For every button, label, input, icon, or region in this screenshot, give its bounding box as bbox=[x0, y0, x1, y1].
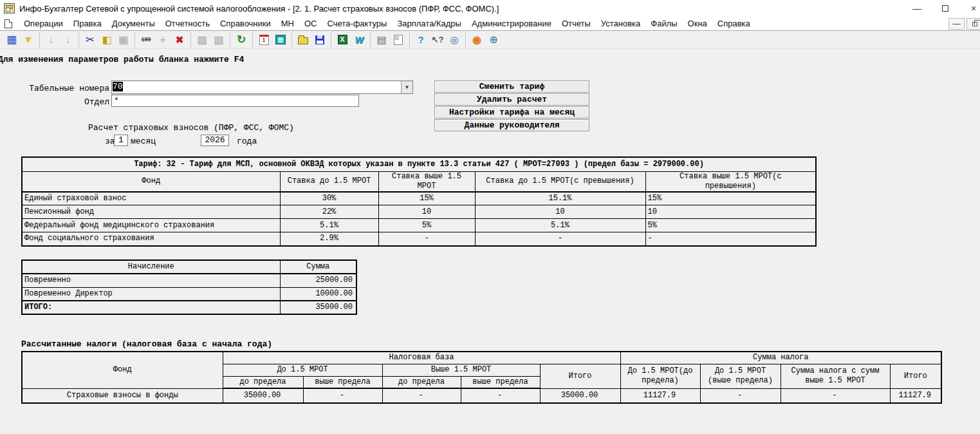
menu-spravka[interactable]: Справка bbox=[712, 17, 755, 30]
browser-icon[interactable]: ◎ bbox=[446, 32, 463, 48]
tariff-col-rate-under-excess: Ставка до 1.5 МРОТ(с превышения) bbox=[475, 171, 645, 192]
mdi-minimize-button[interactable]: — bbox=[948, 18, 965, 30]
year-input[interactable]: 2026 bbox=[201, 135, 229, 146]
tariff-settings-button[interactable]: Настройки тарифа на месяц bbox=[434, 106, 589, 118]
calc-col-fund: Фонд bbox=[22, 352, 223, 388]
sort-down-alt-icon[interactable]: ↓ bbox=[59, 32, 76, 48]
year-label: года bbox=[237, 137, 257, 146]
department-label: Отдел bbox=[0, 97, 109, 107]
menu-pravka[interactable]: Правка bbox=[68, 17, 107, 30]
context-help-icon[interactable]: ↖? bbox=[429, 32, 446, 48]
accrual-table: Начисление Сумма Повременно 25000.00 Пов… bbox=[21, 259, 357, 315]
menu-administrirovanie[interactable]: Администрирование bbox=[467, 17, 557, 30]
table-row: Пенсионный фонд 22% 10 10 10 bbox=[22, 205, 816, 219]
table-row: Страховые взносы в фонды 35000.00 - - - … bbox=[22, 388, 941, 403]
table-row: Фонд социального страхования 2.9% - - - bbox=[22, 232, 816, 246]
department-input[interactable]: * bbox=[111, 95, 359, 107]
month-input[interactable]: 1 bbox=[114, 135, 128, 146]
open-folder-icon[interactable] bbox=[295, 32, 311, 48]
menubar: Операции Правка Документы Отчетность Спр… bbox=[0, 17, 980, 31]
web-globe-icon[interactable]: ⊕ bbox=[485, 32, 502, 48]
table-row: Федеральный фонд медицинского страховани… bbox=[22, 219, 816, 232]
rate-180-icon[interactable]: 180 bbox=[138, 32, 154, 48]
calc-tax-total: Итого bbox=[890, 364, 941, 388]
delete-calculation-button[interactable]: Удалить расчет bbox=[434, 93, 589, 106]
toolbar-separator bbox=[190, 33, 191, 47]
combo-dropdown-button[interactable]: ▼ bbox=[401, 81, 412, 93]
toolbar-separator bbox=[39, 33, 40, 47]
calc-row-label: Страховые взносы в фонды bbox=[22, 388, 223, 403]
change-tariff-button[interactable]: Сменить тариф bbox=[434, 80, 589, 93]
window-close-button[interactable]: × bbox=[959, 0, 980, 17]
refresh-icon[interactable]: ↻ bbox=[233, 32, 250, 48]
calc-sub-over: Выше 1.5 МРОТ bbox=[382, 364, 540, 376]
menu-scheta-faktury[interactable]: Счета-фактуры bbox=[322, 17, 392, 30]
add-icon[interactable]: + bbox=[154, 32, 171, 48]
menu-zarplata-kadry[interactable]: Зарплата/Кадры bbox=[392, 17, 467, 30]
spray-ab-icon[interactable]: ▧ bbox=[210, 32, 227, 48]
accrual-col-sum: Сумма bbox=[280, 260, 356, 274]
calc-leaf-under-1: до предела bbox=[223, 376, 303, 388]
menu-dokumenty[interactable]: Документы bbox=[107, 17, 160, 30]
menu-operacii[interactable]: Операции bbox=[19, 17, 68, 30]
toolbar-separator bbox=[134, 33, 135, 47]
calc-sub-under: До 1.5 МРОТ bbox=[223, 364, 382, 376]
toolbar-separator bbox=[370, 33, 371, 47]
tariff-table-title: Тариф: 32 - Тариф для МСП, основной ОКВЭ… bbox=[22, 157, 816, 171]
column-merge-icon[interactable]: ◧ bbox=[98, 32, 115, 48]
calculated-taxes-table: Фонд Налоговая база Сумма налога До 1.5 … bbox=[21, 351, 942, 404]
app-logo-icon bbox=[4, 3, 15, 14]
toolbar-separator bbox=[230, 33, 230, 47]
app-window: Инфо-Бухгалтер Сетевой с упрощенной сист… bbox=[0, 0, 980, 434]
total-value: 35000.00 bbox=[280, 301, 356, 314]
toolbar-separator bbox=[252, 33, 253, 47]
toolbar-separator bbox=[79, 33, 79, 47]
menu-os[interactable]: ОС bbox=[299, 17, 322, 30]
f4-hint-text: Для изменения параметров работы бланка н… bbox=[0, 55, 244, 64]
calc-leaf-over-2: выше предела bbox=[461, 376, 540, 388]
document-system-menu-icon[interactable] bbox=[5, 19, 12, 28]
tab-numbers-combo[interactable]: 70 ▼ bbox=[111, 80, 413, 94]
calc-tax-over-limit: До 1.5 МРОТ (выше предела) bbox=[700, 364, 781, 388]
menu-faily[interactable]: Файлы bbox=[645, 17, 682, 30]
spray-icon[interactable]: ▨ bbox=[194, 32, 210, 48]
help-icon[interactable]: ? bbox=[412, 32, 429, 48]
menu-otchety[interactable]: Отчеты bbox=[557, 17, 596, 30]
toolbar-separator bbox=[331, 33, 331, 47]
calc-group-tax: Сумма налога bbox=[620, 352, 941, 364]
chevron-down-icon: ▼ bbox=[405, 84, 410, 90]
menu-ustanovka[interactable]: Установка bbox=[596, 17, 645, 30]
print-preview-icon[interactable]: ▥ bbox=[390, 32, 407, 48]
tariff-col-rate-over-excess: Ставка выше 1.5 МРОТ(с превышения) bbox=[645, 171, 816, 192]
menu-okna[interactable]: Окна bbox=[683, 17, 712, 30]
calculator-icon[interactable]: ▦ bbox=[272, 32, 289, 48]
word-export-icon[interactable]: W bbox=[351, 32, 367, 48]
tab-numbers-label: Табельные номера bbox=[0, 84, 109, 93]
titlebar: Инфо-Бухгалтер Сетевой с упрощенной сист… bbox=[0, 0, 980, 17]
calc-sub-total: Итого bbox=[540, 364, 620, 388]
calendar-icon[interactable]: 1 bbox=[255, 32, 272, 48]
delete-icon[interactable]: ✖ bbox=[171, 32, 188, 48]
filter-icon[interactable]: ▼ bbox=[20, 32, 37, 48]
tab-numbers-value: 70 bbox=[113, 82, 123, 91]
save-icon[interactable] bbox=[311, 32, 328, 48]
support-ring-icon[interactable]: ◉ bbox=[468, 32, 485, 48]
sort-down-icon[interactable]: ↓ bbox=[42, 32, 59, 48]
calc-tax-under-limit: До 1.5 МРОТ(до предела) bbox=[620, 364, 700, 388]
cut-icon[interactable]: ✂ bbox=[82, 32, 98, 48]
manager-data-button[interactable]: Данные руководителя bbox=[434, 119, 589, 131]
mdi-restore-button[interactable] bbox=[966, 18, 980, 30]
window-minimize-button[interactable]: — bbox=[903, 0, 931, 17]
menu-spravochniki[interactable]: Справочники bbox=[215, 17, 276, 30]
tariff-col-rate-under: Ставка до 1.5 МРОТ bbox=[280, 171, 378, 192]
menu-mn[interactable]: МН bbox=[276, 17, 299, 30]
excel-export-icon[interactable]: X bbox=[334, 32, 351, 48]
accrual-col-name: Начисление bbox=[22, 260, 280, 274]
calc-tax-over-mrot: Сумма налога с сумм выше 1.5 МРОТ bbox=[781, 364, 890, 388]
menu-otchetnost[interactable]: Отчетность bbox=[160, 17, 215, 30]
window-maximize-button[interactable] bbox=[931, 0, 959, 17]
print-icon[interactable]: ▤ bbox=[373, 32, 390, 48]
toolbar-separator bbox=[409, 33, 410, 47]
grid-table-icon[interactable]: ▦ bbox=[3, 32, 20, 48]
paste-icon[interactable]: ▣ bbox=[115, 32, 132, 48]
